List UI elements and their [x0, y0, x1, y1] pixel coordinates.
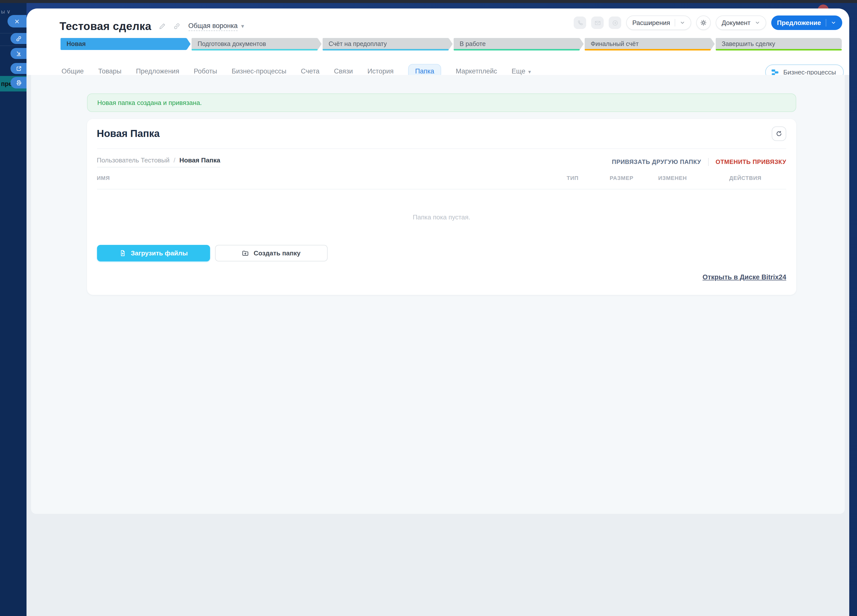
deal-header: Тестовая сделка Общая воронка ▼: [26, 8, 849, 75]
funnel-selector[interactable]: Общая воронка ▼: [188, 22, 245, 31]
tab-obshchie[interactable]: Общие: [62, 68, 84, 75]
folder-tab-panel: Новая папка создана и привязана. Новая П…: [31, 75, 845, 514]
slider-left-rail: ы ∨ пре: [0, 3, 26, 616]
column-header-size[interactable]: РАЗМЕР: [609, 175, 658, 181]
attach-other-folder-link[interactable]: ПРИВЯЗАТЬ ДРУГУЮ ПАПКУ: [612, 158, 701, 165]
refresh-icon: [775, 130, 783, 137]
divider: [708, 158, 709, 166]
slider-copy-link-button[interactable]: [11, 33, 26, 44]
success-alert: Новая папка создана и привязана.: [87, 93, 796, 112]
settings-button[interactable]: [696, 15, 711, 30]
slider-open-new-window-button[interactable]: [11, 63, 26, 74]
column-header-actions[interactable]: ДЕЙСТВИЯ: [729, 175, 786, 181]
phone-icon: [576, 19, 583, 26]
caret-down-icon: ▼: [240, 23, 245, 29]
chevron-down-icon: [831, 20, 836, 25]
tab-predlozheniya[interactable]: Предложения: [136, 68, 179, 75]
gear-icon: [700, 19, 707, 26]
tab-biznes-protsessy[interactable]: Бизнес-процессы: [232, 68, 286, 75]
arrow-down-right-icon: [15, 50, 22, 57]
stage-schet-na-predoplatu[interactable]: Счёт на предоплату: [323, 38, 449, 50]
chevron-down-icon: ▼: [528, 69, 532, 74]
open-in-drive-link[interactable]: Открыть в Диске Bitrix24: [702, 273, 786, 281]
folder-widget: Новая Папка Пользователь Тестовый / Нова…: [87, 119, 796, 295]
slider-collapse-button[interactable]: [11, 48, 26, 59]
tab-tovary[interactable]: Товары: [98, 68, 122, 75]
tab-istoriya[interactable]: История: [367, 68, 394, 75]
breadcrumb-root-link[interactable]: Пользователь Тестовый: [97, 156, 170, 164]
slider-print-button[interactable]: [11, 77, 26, 88]
underlying-text-fragment: пре: [0, 80, 12, 87]
tab-svyazi[interactable]: Связи: [334, 68, 353, 75]
empty-folder-text: Папка пока пустая.: [413, 213, 470, 221]
header-action-cluster: Расширения Документ Предложение: [574, 15, 842, 30]
copy-deal-link-button[interactable]: [173, 23, 180, 30]
stage-zavershit-sdelku[interactable]: Завершить сделку: [716, 38, 842, 50]
deal-title: Тестовая сделка: [60, 20, 151, 33]
pipeline-stage-bar: Новая Подготовка документов Счёт на пред…: [60, 38, 842, 50]
folder-widget-header: Новая Папка: [97, 119, 786, 149]
upload-files-label: Загрузить файлы: [131, 249, 188, 257]
link-icon: [15, 35, 22, 42]
chevron-down-icon: [755, 20, 760, 25]
folder-toolbar: Пользователь Тестовый / Новая Папка ПРИВ…: [97, 149, 786, 175]
folder-buttons-row: Загрузить файлы Создать папку: [97, 245, 786, 261]
mail-icon: [594, 19, 601, 26]
column-header-modified[interactable]: ИЗМЕНЕН: [658, 175, 729, 181]
pencil-icon: [158, 23, 166, 30]
deal-slider: Тестовая сделка Общая воронка ▼: [26, 8, 849, 616]
detach-folder-link[interactable]: ОТМЕНИТЬ ПРИВЯЗКУ: [716, 158, 786, 165]
proposal-split-button[interactable]: Предложение: [771, 15, 842, 30]
upload-files-button[interactable]: Загрузить файлы: [97, 245, 210, 261]
column-header-type[interactable]: ТИП: [567, 175, 609, 181]
email-button-disabled[interactable]: [591, 17, 604, 29]
breadcrumb-separator: /: [173, 156, 175, 164]
stage-novaya[interactable]: Новая: [60, 38, 187, 50]
business-processes-label: Бизнес-процессы: [783, 68, 836, 76]
printer-icon: [15, 79, 22, 86]
extensions-label: Расширения: [632, 19, 670, 26]
breadcrumb-current: Новая Папка: [179, 156, 220, 164]
proposal-label: Предложение: [777, 19, 821, 26]
file-upload-icon: [119, 249, 126, 257]
refresh-button[interactable]: [772, 126, 786, 141]
document-dropdown[interactable]: Документ: [716, 15, 766, 30]
folder-plus-icon: [241, 249, 249, 257]
deal-title-row: Тестовая сделка Общая воронка ▼: [60, 15, 245, 37]
underlying-row-divider: [0, 45, 26, 46]
folder-actions: ПРИВЯЗАТЬ ДРУГУЮ ПАПКУ ОТМЕНИТЬ ПРИВЯЗКУ: [612, 158, 786, 166]
document-label: Документ: [722, 19, 750, 26]
stage-v-rabote[interactable]: В работе: [454, 38, 580, 50]
folder-footer: Открыть в Диске Bitrix24: [97, 272, 786, 281]
empty-folder-row: Папка пока пустая.: [97, 189, 786, 245]
tab-marketpleys[interactable]: Маркетплейс: [456, 68, 497, 75]
chevron-down-icon: [680, 20, 685, 25]
divider: [826, 19, 826, 26]
call-button-disabled[interactable]: [574, 17, 586, 29]
stage-podgotovka-dokumentov[interactable]: Подготовка документов: [192, 38, 317, 50]
divider: [675, 19, 675, 26]
external-link-icon: [15, 65, 22, 72]
stage-finalnyy-schet[interactable]: Финальный счёт: [585, 38, 711, 50]
tab-scheta[interactable]: Счета: [301, 68, 319, 75]
folder-title: Новая Папка: [97, 128, 160, 139]
chat-forward-icon: [611, 19, 619, 26]
create-folder-button[interactable]: Создать папку: [215, 245, 327, 261]
edit-title-button[interactable]: [158, 23, 166, 30]
link-icon: [173, 23, 180, 30]
alert-text: Новая папка создана и привязана.: [97, 99, 202, 107]
extensions-dropdown[interactable]: Расширения: [626, 15, 691, 30]
funnel-label: Общая воронка: [188, 22, 238, 31]
create-folder-label: Создать папку: [254, 249, 300, 257]
breadcrumb: Пользователь Тестовый / Новая Папка: [97, 156, 220, 167]
close-icon: [14, 18, 20, 24]
slider-close-button[interactable]: [8, 15, 26, 28]
underlying-topbar: [0, 0, 857, 3]
file-table-header: ИМЯ ТИП РАЗМЕР ИЗМЕНЕН ДЕЙСТВИЯ: [97, 175, 786, 189]
underlying-text-fragment: ы ∨: [1, 8, 11, 15]
tab-roboty[interactable]: Роботы: [194, 68, 217, 75]
column-header-name[interactable]: ИМЯ: [97, 175, 567, 181]
tab-eshche[interactable]: Еще▼: [512, 68, 532, 75]
chat-button-disabled[interactable]: [609, 17, 621, 29]
